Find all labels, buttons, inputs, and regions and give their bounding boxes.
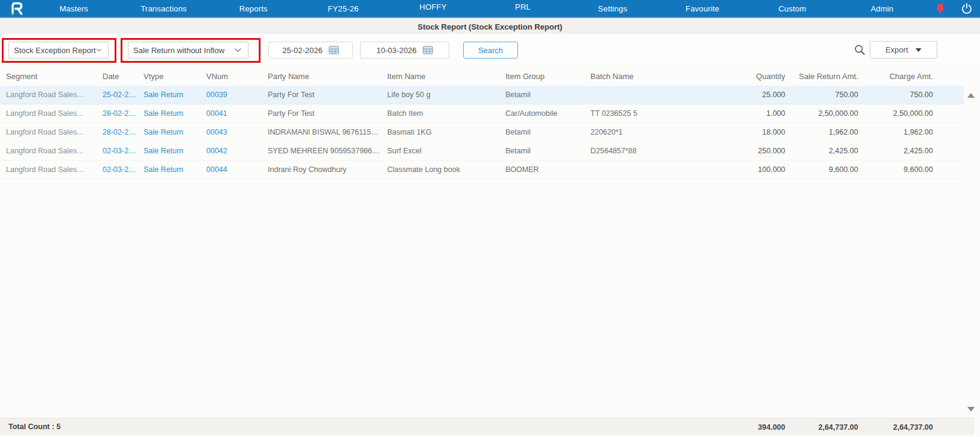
chevron-down-icon bbox=[96, 48, 102, 53]
cell-date[interactable]: 02-03-2026 bbox=[98, 147, 139, 155]
cell-sale-return-amt: 9,600.00 bbox=[785, 165, 858, 174]
cell-batch-name: TT 0236525 5 bbox=[586, 109, 692, 118]
cell-vnum-link[interactable]: 00042 bbox=[201, 147, 263, 155]
cell-charge-amt: 750.00 bbox=[858, 91, 933, 99]
cell-batch-name: D2564857*88 bbox=[586, 147, 692, 155]
from-date-value: 25-02-2026 bbox=[282, 46, 323, 55]
cell-batch-name: 220620*1 bbox=[586, 128, 692, 136]
col-date[interactable]: Date bbox=[98, 72, 139, 81]
table-row[interactable]: Langford Road Sales... 02-03-2026 Sale R… bbox=[0, 161, 964, 179]
col-sale-return-amt[interactable]: Sale Return Amt. bbox=[785, 72, 858, 81]
nav-item-settings[interactable]: Settings bbox=[567, 4, 657, 13]
col-vtype[interactable]: Vtype bbox=[139, 72, 201, 81]
cell-date[interactable]: 25-02-2026 bbox=[98, 91, 139, 99]
cell-sale-return-amt: 2,425.00 bbox=[785, 147, 858, 155]
nav-item-admin[interactable]: Admin bbox=[837, 4, 927, 13]
cell-sale-return-amt: 750.00 bbox=[785, 91, 858, 99]
power-logout-icon[interactable] bbox=[953, 0, 980, 18]
cell-quantity: 1.000 bbox=[692, 109, 785, 118]
voucher-type-select[interactable]: Sale Return without Inflow bbox=[128, 42, 248, 59]
nav-item-fy25-26[interactable]: FY25-26 bbox=[299, 4, 388, 13]
col-charge-amt[interactable]: Charge Amt. bbox=[858, 72, 933, 81]
nav-item-hoffy[interactable]: HOFFY bbox=[388, 2, 478, 11]
cell-segment: Langford Road Sales... bbox=[0, 128, 98, 136]
table-row[interactable]: Langford Road Sales... 25-02-2026 Sale R… bbox=[0, 86, 964, 104]
app-window: Masters Transactions Reports FY25-26 HOF… bbox=[0, 0, 980, 437]
cell-charge-amt: 2,425.00 bbox=[858, 147, 933, 155]
footer-charge-total: 2,64,737.00 bbox=[858, 423, 933, 432]
nav-item-prl[interactable]: PRL bbox=[478, 2, 568, 11]
cell-quantity: 18.000 bbox=[692, 128, 785, 136]
table-row[interactable]: Langford Road Sales... 28-02-2026 Sale R… bbox=[0, 104, 964, 123]
voucher-type-value: Sale Return without Inflow bbox=[133, 46, 224, 55]
nav-item-reports[interactable]: Reports bbox=[209, 4, 299, 13]
export-button[interactable]: Export bbox=[870, 41, 937, 59]
col-segment[interactable]: Segment bbox=[0, 72, 98, 81]
table-row[interactable]: Langford Road Sales... 28-02-2026 Sale R… bbox=[0, 123, 964, 142]
filter-bar: Stock Exception Report Sale Return witho… bbox=[0, 34, 980, 65]
cell-charge-amt: 9,600.00 bbox=[858, 165, 933, 174]
cell-item-name: Batch Item bbox=[382, 109, 501, 118]
cell-segment: Langford Road Sales... bbox=[0, 109, 98, 118]
cell-vnum-link[interactable]: 00044 bbox=[201, 165, 263, 174]
cell-party-name: Party For Test bbox=[263, 109, 382, 118]
cell-vnum-link[interactable]: 00041 bbox=[201, 109, 263, 118]
app-logo-icon[interactable] bbox=[5, 0, 29, 18]
cell-segment: Langford Road Sales... bbox=[0, 91, 98, 99]
col-batch-name[interactable]: Batch Name bbox=[586, 72, 692, 81]
to-date-value: 10-03-2026 bbox=[376, 46, 417, 55]
calendar-icon bbox=[423, 46, 433, 54]
cell-vnum-link[interactable]: 00039 bbox=[201, 91, 263, 99]
nav-item-custom[interactable]: Custom bbox=[747, 4, 837, 13]
cell-item-name: Classmate Long book bbox=[382, 165, 501, 174]
col-quantity[interactable]: Quantity bbox=[692, 72, 785, 81]
cell-vtype[interactable]: Sale Return bbox=[139, 109, 201, 118]
calendar-icon bbox=[329, 46, 339, 54]
cell-vtype[interactable]: Sale Return bbox=[139, 91, 201, 99]
chevron-down-icon bbox=[234, 48, 242, 53]
col-item-group[interactable]: Item Group bbox=[501, 72, 586, 81]
cell-item-group: Car/Automobile bbox=[501, 109, 586, 118]
notification-bell-icon[interactable] bbox=[927, 0, 953, 18]
cell-vtype[interactable]: Sale Return bbox=[139, 128, 201, 136]
report-type-value: Stock Exception Report bbox=[14, 46, 96, 55]
footer-totals-row: 394.000 2,64,737.00 2,64,737.00 bbox=[0, 418, 964, 436]
cell-quantity: 100.000 bbox=[692, 165, 785, 174]
scroll-down-icon[interactable] bbox=[967, 407, 975, 412]
to-date-input[interactable]: 10-03-2026 bbox=[360, 42, 449, 59]
col-item-name[interactable]: Item Name bbox=[382, 72, 501, 81]
table-body: Langford Road Sales... 25-02-2026 Sale R… bbox=[0, 86, 964, 179]
cell-party-name: Indrani Roy Chowdhury bbox=[263, 165, 382, 174]
search-icon[interactable] bbox=[854, 44, 867, 57]
table-row[interactable]: Langford Road Sales... 02-03-2026 Sale R… bbox=[0, 142, 964, 161]
cell-charge-amt: 1,962.00 bbox=[858, 128, 933, 136]
cell-item-group: Betamil bbox=[501, 91, 586, 99]
col-vnum[interactable]: VNum bbox=[201, 72, 263, 81]
cell-vtype[interactable]: Sale Return bbox=[139, 165, 201, 174]
cell-item-name: Surf Excel bbox=[382, 147, 501, 155]
cell-quantity: 250.000 bbox=[692, 147, 785, 155]
report-type-select[interactable]: Stock Exception Report bbox=[8, 42, 109, 59]
cell-vtype[interactable]: Sale Return bbox=[139, 147, 201, 155]
cell-quantity: 25.000 bbox=[692, 91, 785, 99]
cell-party-name: Party For Test bbox=[263, 91, 382, 99]
nav-item-masters[interactable]: Masters bbox=[29, 4, 119, 13]
table-footer: Total Count : 5 394.000 2,64,737.00 2,64… bbox=[0, 418, 975, 435]
search-button[interactable]: Search bbox=[463, 42, 518, 59]
cell-date[interactable]: 28-02-2026 bbox=[98, 109, 139, 118]
cell-party-name: SYED MEHREEN 9059537986_... bbox=[263, 147, 382, 155]
scroll-up-icon[interactable] bbox=[967, 93, 975, 98]
col-party-name[interactable]: Party Name bbox=[263, 72, 382, 81]
cell-party-name: INDRAMANI BISWAL 9676115019 bbox=[263, 128, 382, 136]
page-title: Stock Report (Stock Exception Report) bbox=[418, 22, 563, 31]
export-button-label: Export bbox=[885, 45, 908, 54]
top-navbar: Masters Transactions Reports FY25-26 HOF… bbox=[0, 0, 980, 18]
from-date-input[interactable]: 25-02-2026 bbox=[268, 42, 353, 59]
cell-date[interactable]: 02-03-2026 bbox=[98, 165, 139, 174]
cell-date[interactable]: 28-02-2026 bbox=[98, 128, 139, 136]
vertical-scrollbar[interactable] bbox=[964, 86, 978, 416]
cell-vnum-link[interactable]: 00043 bbox=[201, 128, 263, 136]
nav-item-transactions[interactable]: Transactions bbox=[119, 4, 209, 13]
nav-item-favourite[interactable]: Favourite bbox=[657, 4, 747, 13]
cell-sale-return-amt: 1,962.00 bbox=[785, 128, 858, 136]
